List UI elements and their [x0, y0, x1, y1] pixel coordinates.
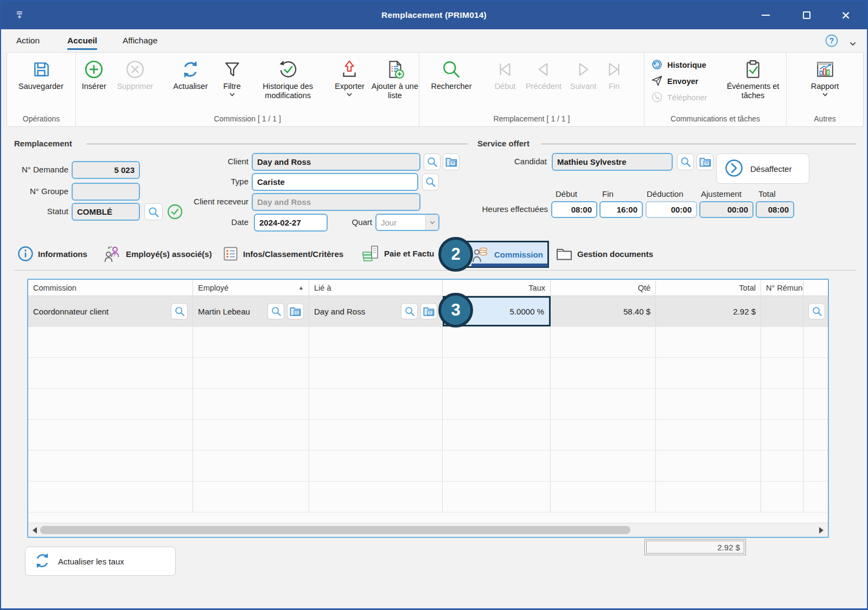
section-title-remplacement: Remplacement: [14, 139, 72, 148]
table-row[interactable]: Coordonnateur client Martin Lebeau Day a…: [28, 296, 828, 327]
heures-fin-field[interactable]: 16:00: [599, 201, 643, 218]
report-button[interactable]: Rapport: [787, 53, 863, 97]
search-icon: [424, 176, 437, 188]
statut-search-button[interactable]: [144, 203, 163, 220]
chevron-down-icon: [347, 93, 352, 97]
candidat-field[interactable]: Mathieu Sylvestre: [552, 153, 673, 171]
nav-first-button[interactable]: Début: [489, 53, 521, 91]
heures-debut-field[interactable]: 08:00: [551, 201, 597, 218]
client-receveur-field[interactable]: Day and Ross: [252, 193, 420, 211]
minimize-button[interactable]: [749, 1, 782, 29]
commission-search-button[interactable]: [171, 303, 188, 319]
cell-lie-a[interactable]: Day and Ross: [309, 296, 443, 326]
cell-row-search: [803, 296, 828, 326]
horizontal-scrollbar[interactable]: [28, 523, 828, 537]
heures-deduction-field[interactable]: 00:00: [646, 201, 697, 218]
column-header-total[interactable]: Total: [656, 280, 761, 296]
client-search-button[interactable]: [424, 153, 441, 170]
info-icon: [17, 246, 34, 262]
cell-n-remunere[interactable]: [761, 296, 803, 326]
scroll-right-icon[interactable]: [819, 527, 824, 534]
search-icon: [270, 305, 282, 317]
phone-button[interactable]: Téléphoner: [651, 89, 724, 106]
column-header-qte[interactable]: Qté: [551, 280, 656, 296]
quart-dropdown-icon[interactable]: [425, 215, 438, 230]
lie-a-search-button[interactable]: [401, 303, 418, 319]
close-button[interactable]: ✕: [829, 1, 863, 29]
tab-paie-facturation[interactable]: Paie et Factu: [361, 244, 435, 262]
active-tab-indicator: [471, 264, 548, 267]
client-open-button[interactable]: [443, 153, 459, 170]
column-header-employe[interactable]: Employé ▲: [193, 280, 309, 296]
empty-row: [28, 451, 828, 481]
heures-ajustement-field[interactable]: 00:00: [699, 201, 754, 218]
desaffecter-button[interactable]: Désaffecter: [716, 153, 809, 184]
send-button[interactable]: Envoyer: [651, 73, 724, 89]
quart-select[interactable]: Jour: [375, 214, 439, 231]
scrollbar-thumb[interactable]: [40, 526, 630, 534]
employe-search-button[interactable]: [267, 303, 284, 319]
tab-employes-associes[interactable]: ? Employé(s) associé(s): [103, 244, 212, 264]
n-groupe-field[interactable]: [72, 183, 140, 201]
candidat-open-button[interactable]: [697, 153, 713, 170]
insert-button[interactable]: Insérer: [76, 53, 112, 91]
cell-qte[interactable]: 58.40 $: [551, 296, 656, 326]
maximize-button[interactable]: [790, 1, 824, 29]
empty-row: [28, 389, 828, 420]
type-field[interactable]: Cariste: [252, 173, 418, 191]
column-header-n-remunere[interactable]: N° Rémuné...: [761, 280, 803, 296]
export-button[interactable]: Exporter: [328, 53, 371, 97]
cell-employe[interactable]: Martin Lebeau: [193, 296, 309, 326]
nav-next-icon: [573, 57, 593, 81]
history-communication-button[interactable]: Historique: [651, 57, 724, 73]
add-to-list-button[interactable]: Ajouter à une liste: [371, 53, 419, 100]
help-icon[interactable]: ?: [825, 34, 839, 50]
tab-informations[interactable]: Informations: [17, 246, 87, 262]
nav-next-button[interactable]: Suivant: [566, 53, 601, 91]
ribbon-group-autres: Rapport Autres: [787, 53, 863, 126]
refresh-rates-button[interactable]: Actualiser les taux: [25, 547, 176, 576]
chevron-down-icon: [229, 93, 235, 97]
insert-icon: [84, 57, 104, 81]
refresh-button[interactable]: Actualiser: [164, 53, 216, 91]
menu-tab-affichage[interactable]: Affichage: [123, 36, 157, 46]
tab-commission[interactable]: Commission: [465, 241, 549, 268]
cell-commission[interactable]: Coordonnateur client: [28, 296, 193, 326]
date-field[interactable]: 2024-02-27: [254, 214, 328, 232]
delete-button[interactable]: Supprimer: [112, 53, 158, 91]
employe-open-button[interactable]: [287, 303, 304, 319]
grand-total-value: 2.92 $: [646, 541, 744, 554]
menu-tab-accueil[interactable]: Accueil: [67, 36, 97, 50]
search-button[interactable]: Rechercher: [423, 53, 480, 91]
events-tasks-button[interactable]: Événements et tâches: [724, 53, 782, 100]
scroll-left-icon[interactable]: [33, 527, 37, 534]
nav-last-button[interactable]: Fin: [601, 53, 628, 91]
n-demande-field[interactable]: 5 023: [72, 161, 140, 179]
grand-total-box: 2.92 $: [644, 539, 746, 555]
column-header-lie-a[interactable]: Lié à: [309, 280, 443, 296]
tab-gestion-documents[interactable]: Gestion documents: [556, 246, 653, 262]
client-field[interactable]: Day and Ross: [252, 153, 420, 171]
filter-button[interactable]: Filtre: [216, 53, 247, 97]
heures-total-field[interactable]: 08:00: [756, 201, 794, 218]
chevron-down-icon: [822, 93, 828, 97]
menu-bar: Action Accueil Affichage ?: [1, 29, 867, 52]
lie-a-open-button[interactable]: [420, 303, 437, 319]
nav-previous-button[interactable]: Précédent: [521, 53, 566, 91]
n-groupe-label: N° Groupe: [4, 187, 68, 196]
ribbon-collapse-chevron-icon[interactable]: [850, 38, 856, 48]
cell-total[interactable]: 2.92 $: [656, 296, 761, 326]
row-search-button[interactable]: [808, 303, 825, 319]
date-label: Date: [192, 217, 248, 227]
type-search-button[interactable]: [422, 174, 439, 190]
statut-field[interactable]: COMBLÉ: [72, 203, 140, 221]
menu-tab-action[interactable]: Action: [16, 36, 40, 46]
save-button[interactable]: Sauvegarder: [7, 53, 75, 91]
type-label: Type: [192, 177, 248, 186]
save-icon: [31, 57, 52, 81]
tab-infos-classement-criteres[interactable]: Infos/Classement/Critères: [222, 246, 343, 262]
history-modifications-button[interactable]: Historique des modifications: [247, 53, 328, 100]
column-header-commission[interactable]: Commission: [28, 280, 193, 296]
candidat-search-button[interactable]: [677, 153, 694, 170]
search-icon: [147, 206, 160, 219]
